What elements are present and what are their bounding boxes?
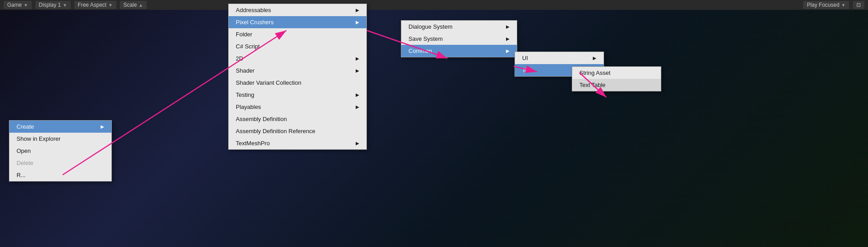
play-focused-label: Play Focused	[807, 2, 839, 8]
create-addressables[interactable]: Addressables ▶	[229, 4, 366, 16]
text-text-table[interactable]: Text Table	[572, 79, 661, 91]
text-string-asset[interactable]: String Asset	[572, 67, 661, 79]
scale-dropdown[interactable]: Scale ▲	[120, 1, 147, 9]
pc-dialogue-system[interactable]: Dialogue System ▶	[401, 21, 517, 33]
playables-arrow: ▶	[356, 104, 359, 109]
game-label: Game	[7, 2, 22, 8]
display-chevron: ▼	[63, 3, 67, 8]
pc-common-label: Common	[408, 48, 432, 54]
scale-label: Scale	[123, 2, 137, 8]
display-label: Display 1	[39, 2, 61, 8]
context-delete-item[interactable]: Delete	[9, 157, 111, 169]
context-open-item[interactable]: Open	[9, 145, 111, 157]
create-textmeshpro[interactable]: TextMeshPro ▶	[229, 137, 366, 149]
play-focused-chevron: ▼	[841, 3, 846, 8]
aspect-label: Free Aspect	[78, 2, 106, 8]
create-shader-variant[interactable]: Shader Variant Collection	[229, 77, 366, 89]
create-testing[interactable]: Testing ▶	[229, 89, 366, 101]
context-menu-main: Create ▶ Show in Explorer Open Delete R.…	[9, 120, 112, 182]
pc-save-system[interactable]: Save System ▶	[401, 33, 517, 45]
pixel-crushers-arrow: ▶	[356, 20, 359, 25]
aspect-chevron: ▼	[108, 3, 113, 8]
menu-create: Addressables ▶ Pixel Crushers ▶ Folder C…	[228, 4, 367, 150]
save-arrow: ▶	[506, 36, 510, 41]
shader-arrow: ▶	[356, 68, 359, 73]
dialogue-arrow: ▶	[506, 24, 510, 29]
common-ui-label: UI	[522, 55, 528, 61]
create-shader[interactable]: Shader ▶	[229, 65, 366, 77]
create-testing-label: Testing	[236, 91, 254, 98]
context-delete-label: Delete	[17, 160, 34, 166]
text-text-table-label: Text Table	[579, 82, 605, 88]
create-textmeshpro-label: TextMeshPro	[236, 140, 270, 147]
common-text-label: Text	[522, 67, 533, 74]
context-open-label: Open	[17, 147, 31, 154]
create-csharp-script[interactable]: C# Script	[229, 40, 366, 52]
game-chevron: ▼	[24, 3, 28, 8]
create-shader-label: Shader	[236, 67, 255, 74]
create-folder[interactable]: Folder	[229, 28, 366, 40]
game-dropdown[interactable]: Game ▼	[4, 1, 32, 9]
top-bar-right: Play Focused ▼ ⊡	[803, 1, 864, 9]
context-create-item[interactable]: Create ▶	[9, 121, 111, 133]
context-rename-item[interactable]: R...	[9, 169, 111, 181]
context-create-label: Create	[17, 123, 34, 130]
monitor-icon: ⊡	[856, 2, 861, 8]
common-arrow: ▶	[506, 48, 510, 53]
top-bar: Game ▼ Display 1 ▼ Free Aspect ▼ Scale ▲…	[0, 0, 868, 10]
create-pixel-crushers[interactable]: Pixel Crushers ▶	[229, 16, 366, 28]
addressables-arrow: ▶	[356, 8, 359, 13]
pc-common[interactable]: Common ▶	[401, 45, 517, 57]
create-assembly-def-ref-label: Assembly Definition Reference	[236, 128, 315, 134]
display-dropdown[interactable]: Display 1 ▼	[35, 1, 71, 9]
create-assembly-def-ref[interactable]: Assembly Definition Reference	[229, 125, 366, 137]
testing-arrow: ▶	[356, 92, 359, 97]
menu-pixel-crushers-sub: Dialogue System ▶ Save System ▶ Common ▶	[401, 20, 517, 57]
create-2d[interactable]: 2D ▶	[229, 52, 366, 65]
monitor-icon-btn[interactable]: ⊡	[853, 1, 864, 9]
create-pixel-crushers-label: Pixel Crushers	[236, 19, 274, 26]
context-show-explorer-label: Show in Explorer	[17, 135, 60, 142]
context-create-arrow: ▶	[101, 124, 104, 129]
2d-arrow: ▶	[356, 56, 359, 61]
text-string-asset-label: String Asset	[579, 69, 610, 76]
create-playables-label: Playables	[236, 104, 261, 110]
create-folder-label: Folder	[236, 31, 252, 38]
context-rename-label: R...	[17, 172, 26, 178]
pc-dialogue-label: Dialogue System	[408, 23, 452, 30]
menu-text-sub: String Asset Text Table	[572, 66, 661, 91]
create-assembly-def-label: Assembly Definition	[236, 116, 287, 122]
pc-save-label: Save System	[408, 35, 443, 42]
play-focused-dropdown[interactable]: Play Focused ▼	[803, 1, 849, 9]
create-playables[interactable]: Playables ▶	[229, 101, 366, 113]
aspect-dropdown[interactable]: Free Aspect ▼	[74, 1, 116, 9]
create-addressables-label: Addressables	[236, 7, 271, 13]
common-ui[interactable]: UI ▶	[515, 52, 604, 64]
textmeshpro-arrow: ▶	[356, 141, 359, 146]
ui-arrow: ▶	[593, 56, 596, 61]
create-shader-variant-label: Shader Variant Collection	[236, 79, 301, 86]
create-csharp-label: C# Script	[236, 43, 260, 50]
context-show-explorer-item[interactable]: Show in Explorer	[9, 133, 111, 145]
create-assembly-def[interactable]: Assembly Definition	[229, 113, 366, 125]
scale-arrow: ▲	[139, 3, 143, 8]
create-2d-label: 2D	[236, 55, 243, 62]
